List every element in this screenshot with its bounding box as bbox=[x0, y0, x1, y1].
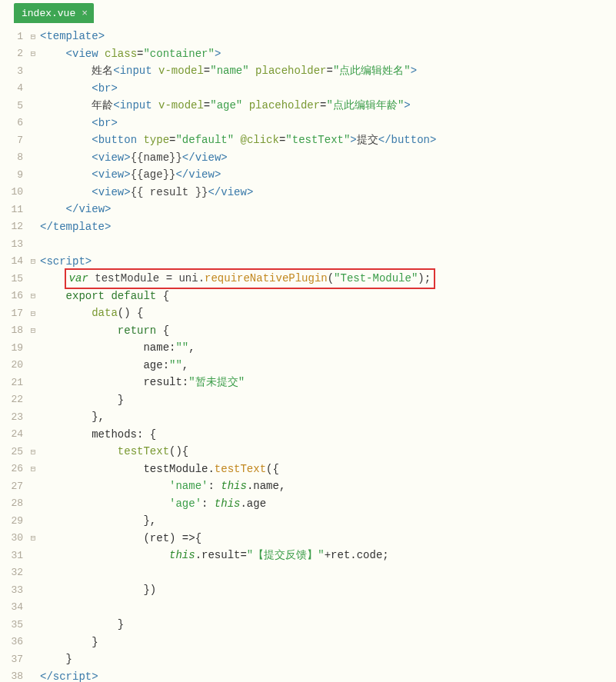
code-line: } bbox=[40, 634, 616, 651]
fold-icon[interactable]: ⊟ bbox=[28, 45, 40, 63]
tab-bar: index.vue × bbox=[0, 0, 616, 23]
fold-icon[interactable]: ⊟ bbox=[28, 322, 40, 340]
code-line: testText(){ bbox=[40, 443, 616, 461]
code-line: <br> bbox=[40, 115, 616, 132]
code-line: result:"暂未提交" bbox=[40, 374, 616, 391]
code-line: 年龄<input v-model="age" placeholder="点此编辑… bbox=[40, 97, 616, 115]
fold-icon[interactable]: ⊟ bbox=[28, 530, 40, 547]
code-line: } bbox=[40, 650, 616, 668]
fold-icon[interactable]: ⊟ bbox=[28, 461, 40, 478]
code-line: return { bbox=[40, 322, 616, 340]
code-line: 'name': this.name, bbox=[40, 477, 616, 495]
code-line: <view class="container"> bbox=[40, 45, 616, 63]
code-line: }, bbox=[40, 512, 616, 530]
code-line: <template> bbox=[40, 28, 616, 45]
code-line: (ret) =>{ bbox=[40, 530, 616, 547]
code-line: 姓名<input v-model="name" placeholder="点此编… bbox=[40, 62, 616, 80]
code-line bbox=[40, 235, 616, 253]
code-content[interactable]: <template> <view class="container"> 姓名<i… bbox=[40, 28, 616, 682]
code-line: export default { bbox=[40, 288, 616, 305]
code-line: <view>{{ result }}</view> bbox=[40, 184, 616, 201]
code-line: data() { bbox=[40, 304, 616, 322]
fold-icon[interactable]: ⊟ bbox=[28, 253, 40, 271]
code-line: methods: { bbox=[40, 426, 616, 444]
code-line bbox=[40, 564, 616, 582]
fold-icon[interactable]: ⊟ bbox=[28, 443, 40, 461]
code-line: age:"", bbox=[40, 357, 616, 374]
close-icon[interactable]: × bbox=[82, 8, 88, 19]
code-line: </script> bbox=[40, 668, 616, 683]
fold-icon[interactable]: ⊟ bbox=[28, 304, 40, 322]
tab-label: index.vue bbox=[22, 8, 75, 19]
code-line: } bbox=[40, 616, 616, 634]
fold-icon[interactable]: ⊟ bbox=[28, 28, 40, 45]
code-line: <script> bbox=[40, 253, 616, 271]
line-number-gutter: 12345 678910 1112131415 1617181920 21222… bbox=[0, 28, 28, 682]
code-line: 'age': this.age bbox=[40, 495, 616, 513]
code-line: <br> bbox=[40, 80, 616, 98]
code-line: <view>{{name}}</view> bbox=[40, 149, 616, 167]
fold-gutter: ⊟ ⊟ ⊟ ⊟ ⊟ ⊟ ⊟ ⊟ ⊟ bbox=[28, 28, 40, 682]
code-area[interactable]: 12345 678910 1112131415 1617181920 21222… bbox=[0, 23, 616, 682]
code-editor: index.vue × 12345 678910 1112131415 1617… bbox=[0, 0, 616, 682]
code-line: }, bbox=[40, 408, 616, 426]
code-line: var testModule = uni.requireNativePlugin… bbox=[40, 270, 616, 288]
code-line: </template> bbox=[40, 218, 616, 236]
code-line: this.result="【提交反馈】"+ret.code; bbox=[40, 547, 616, 564]
highlighted-code: var testModule = uni.requireNativePlugin… bbox=[65, 268, 436, 289]
code-line: </view> bbox=[40, 201, 616, 218]
code-line: <button type="default" @click="testText"… bbox=[40, 131, 616, 149]
code-line: name:"", bbox=[40, 339, 616, 357]
code-line: testModule.testText({ bbox=[40, 461, 616, 478]
code-line bbox=[40, 599, 616, 617]
fold-icon[interactable]: ⊟ bbox=[28, 288, 40, 305]
file-tab[interactable]: index.vue × bbox=[14, 3, 94, 23]
code-line: }) bbox=[40, 581, 616, 599]
code-line: } bbox=[40, 391, 616, 409]
code-line: <view>{{age}}</view> bbox=[40, 166, 616, 184]
